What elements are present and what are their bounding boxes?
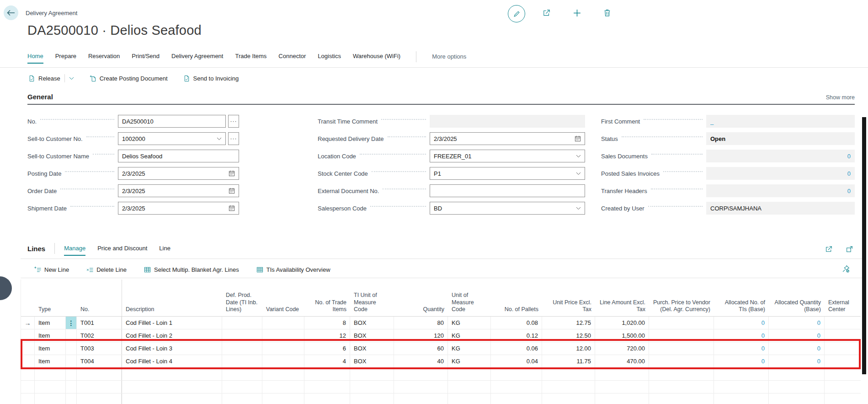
empty-cell[interactable] (491, 393, 542, 404)
empty-cell[interactable] (222, 381, 262, 393)
cell-quantity[interactable]: 60 (394, 342, 448, 355)
row-menu[interactable] (66, 329, 77, 342)
empty-cell[interactable] (21, 368, 35, 380)
empty-cell[interactable] (122, 368, 222, 380)
combo-open-button[interactable] (573, 155, 581, 158)
cell-variant[interactable] (262, 355, 304, 367)
salesperson-code-field[interactable]: BD (430, 202, 585, 215)
release-button[interactable]: Release (28, 75, 60, 82)
cell-uom[interactable]: KG (448, 317, 491, 329)
delete-line-button[interactable]: Delete Line (86, 266, 127, 273)
tab-warehouse-wifi[interactable]: Warehouse (WiFi) (353, 53, 400, 64)
cell-trade_items[interactable]: 8 (304, 317, 350, 329)
cell-type[interactable]: Item (35, 329, 66, 342)
empty-cell[interactable] (448, 368, 491, 380)
release-dropdown-button[interactable] (69, 77, 74, 80)
empty-cell[interactable] (595, 381, 649, 393)
cell-def_prod[interactable] (222, 317, 262, 329)
tab-delivery-agreement[interactable]: Delivery Agreement (171, 53, 223, 64)
empty-cell[interactable] (448, 381, 491, 393)
column-header-trade_items[interactable]: No. of Trade Items (304, 280, 350, 316)
empty-cell[interactable] (542, 381, 595, 393)
create-posting-document-button[interactable]: Create Posting Document (90, 75, 168, 82)
column-header-type[interactable]: Type (35, 280, 66, 316)
cell-external[interactable] (825, 342, 861, 355)
column-header-uom[interactable]: Unit of Measure Code (448, 280, 491, 316)
empty-cell[interactable] (542, 393, 595, 404)
cell-type[interactable]: Item (35, 317, 66, 329)
new-line-button[interactable]: New Line (34, 266, 69, 273)
column-header-alloc_qty[interactable]: Allocated Quantity (Base) (769, 280, 825, 316)
cell-line_amount[interactable]: 720.00 (595, 342, 649, 355)
column-header-purch_price[interactable]: Purch. Price to Vendor (Del. Agr. Curren… (649, 280, 714, 316)
no-field[interactable]: DA2500010 (118, 115, 226, 128)
empty-cell[interactable] (66, 381, 77, 393)
cell-pallets[interactable]: 0.12 (491, 329, 542, 342)
cell-variant[interactable] (262, 317, 304, 329)
external-document-no-field[interactable] (430, 184, 585, 197)
lines-tab-manage[interactable]: Manage (64, 245, 85, 256)
cell-pallets[interactable]: 0.06 (491, 342, 542, 355)
cell-line_amount[interactable]: 470.00 (595, 355, 649, 367)
cell-def_prod[interactable] (222, 355, 262, 367)
cell-variant[interactable] (262, 329, 304, 342)
cell-ti_uom[interactable]: BOX (350, 342, 394, 355)
cell-uom[interactable]: KG (448, 342, 491, 355)
row-menu[interactable] (66, 355, 77, 367)
combo-open-button[interactable] (573, 207, 581, 210)
empty-cell[interactable] (595, 393, 649, 404)
date-picker-button[interactable] (226, 205, 235, 211)
cell-purch_price[interactable] (649, 355, 714, 367)
cell-pallets[interactable]: 0.08 (491, 317, 542, 329)
empty-cell[interactable] (714, 381, 769, 393)
column-header-ti_uom[interactable]: TI Unit of Measure Code (350, 280, 394, 316)
empty-cell[interactable] (304, 393, 350, 404)
cell-alloc_qty[interactable]: 0 (769, 355, 825, 367)
cell-purch_price[interactable] (649, 342, 714, 355)
cell-alloc_tis[interactable]: 0 (714, 355, 769, 367)
cell-no[interactable]: T001 (77, 317, 122, 329)
column-header-variant[interactable]: Variant Code (262, 280, 304, 316)
column-header-pallets[interactable]: No. of Pallets (491, 280, 542, 316)
cell-unit_price[interactable]: 12.50 (542, 329, 595, 342)
column-header-line_amount[interactable]: Line Amount Excl. Tax (595, 280, 649, 316)
assist-edit-button[interactable]: ··· (228, 115, 239, 128)
column-header-unit_price[interactable]: Unit Price Excl. Tax (542, 280, 595, 316)
unpin-button[interactable] (842, 265, 850, 275)
column-header-no[interactable]: No. (77, 280, 122, 316)
empty-cell[interactable] (649, 368, 714, 380)
sell-to-customer-name-field[interactable]: Delios Seafood (118, 150, 239, 162)
empty-cell[interactable] (350, 368, 394, 380)
cell-line_amount[interactable]: 1,020.00 (595, 317, 649, 329)
requested-delivery-date-field[interactable]: 2/3/2025 (430, 132, 585, 145)
show-more-link[interactable]: Show more (826, 94, 855, 101)
empty-cell[interactable] (122, 393, 222, 404)
empty-cell[interactable] (825, 368, 861, 380)
posting-date-field[interactable]: 2/3/2025 (118, 167, 239, 180)
empty-cell[interactable] (769, 393, 825, 404)
empty-cell[interactable] (35, 368, 66, 380)
empty-cell[interactable] (825, 381, 861, 393)
tab-logistics[interactable]: Logistics (318, 53, 341, 64)
cell-description[interactable]: Cod Fillet - Loin 2 (122, 329, 222, 342)
new-button[interactable] (568, 5, 586, 23)
cell-description[interactable]: Cod Fillet - Loin 1 (122, 317, 222, 329)
empty-cell[interactable] (714, 368, 769, 380)
combo-open-button[interactable] (214, 137, 222, 140)
date-picker-button[interactable] (226, 188, 235, 194)
empty-cell[interactable] (222, 368, 262, 380)
empty-cell[interactable] (491, 381, 542, 393)
cell-alloc_tis[interactable]: 0 (714, 342, 769, 355)
cell-alloc_qty[interactable]: 0 (769, 342, 825, 355)
cell-unit_price[interactable]: 11.75 (542, 355, 595, 367)
tab-home[interactable]: Home (27, 53, 43, 64)
location-code-field[interactable]: FREEZER_01 (430, 150, 585, 162)
cell-purch_price[interactable] (649, 329, 714, 342)
tab-trade-items[interactable]: Trade Items (235, 53, 266, 64)
cell-no[interactable]: T004 (77, 355, 122, 367)
cell-description[interactable]: Cod Fillet - Loin 4 (122, 355, 222, 367)
empty-cell[interactable] (21, 381, 35, 393)
empty-cell[interactable] (649, 393, 714, 404)
column-header-def_prod[interactable]: Def. Prod. Date (TI Inb. Lines) (222, 280, 262, 316)
column-header-alloc_tis[interactable]: Allocated No. of TIs (Base) (714, 280, 769, 316)
